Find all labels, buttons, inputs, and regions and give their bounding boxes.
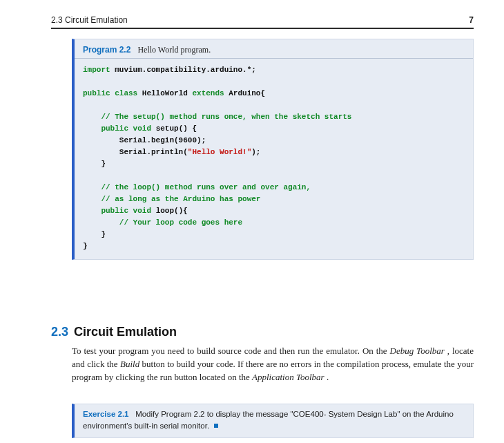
program-caption: Program 2.2 Hello World program.: [83, 45, 466, 55]
body-italic-3: Application Toolbar: [252, 372, 324, 382]
program-code: import muvium.compatibility.arduino.*; p…: [83, 64, 466, 252]
page: 2.3 Circuit Emulation 7 Program 2.2 Hell…: [0, 0, 504, 443]
header-rule: [51, 28, 474, 29]
exercise-text: Modify Program 2.2 to display the messag…: [83, 410, 454, 430]
body-text-4: .: [327, 372, 329, 382]
exercise-endmark-icon: [214, 424, 218, 428]
body-italic-1: Debug Toolbar: [390, 346, 445, 356]
exercise-box: Exercise 2.1 Modify Program 2.2 to displ…: [72, 404, 474, 438]
program-caption-rule: [75, 58, 473, 59]
program-title: Hello World program.: [137, 45, 211, 55]
section-heading: 2.3 Circuit Emulation: [51, 325, 177, 339]
runhead-sec-title: Circuit Emulation: [65, 15, 128, 25]
program-listing: Program 2.2 Hello World program. import …: [72, 39, 474, 260]
section-number: 2.3: [51, 325, 68, 339]
section-title: Circuit Emulation: [74, 325, 177, 339]
page-number: 7: [469, 15, 474, 25]
running-header: 2.3 Circuit Emulation 7: [51, 15, 474, 25]
body-paragraph: To test your program you need to build s…: [72, 344, 474, 384]
body-text-1: To test your program you need to build s…: [72, 346, 390, 356]
exercise-label: Exercise 2.1: [83, 410, 129, 418]
body-italic-2: Build: [120, 359, 139, 369]
program-label: Program 2.2: [83, 45, 130, 55]
running-header-left: 2.3 Circuit Emulation: [51, 15, 128, 25]
runhead-sec-num: 2.3: [51, 15, 63, 25]
